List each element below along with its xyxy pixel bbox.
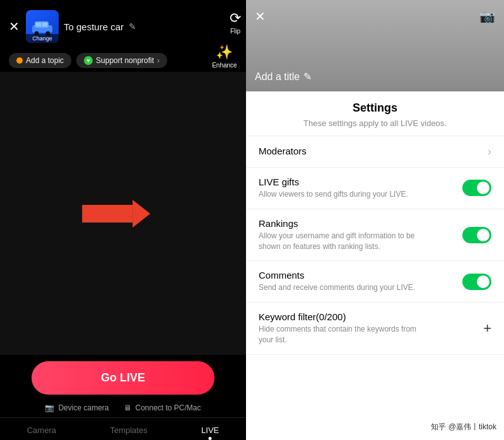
- keyword-filter-left: Keyword filter(0/200) Hide comments that…: [259, 311, 483, 345]
- keyword-filter-row: Keyword filter(0/200) Hide comments that…: [246, 303, 504, 355]
- device-camera-label: Device camera: [58, 403, 108, 412]
- comments-sub: Send and receive comments during your LI…: [259, 282, 429, 293]
- close-button-left[interactable]: ✕: [9, 19, 20, 34]
- tab-templates[interactable]: Templates: [102, 423, 155, 437]
- right-panel: ✕ Add a title ✎ 📷 Settings These setting…: [246, 0, 504, 440]
- enhance-label: Enhance: [212, 62, 237, 69]
- enhance-button[interactable]: ✨ Enhance: [212, 44, 237, 69]
- rankings-left: Rankings Allow your username and gift in…: [259, 218, 462, 252]
- comments-title: Comments: [259, 270, 462, 281]
- rankings-title: Rankings: [259, 218, 462, 229]
- preview-title-row: Add a title ✎: [255, 71, 312, 83]
- rankings-toggle[interactable]: [462, 227, 491, 243]
- support-icon: ♥: [84, 56, 93, 65]
- monitor-icon: 🖥: [124, 403, 131, 412]
- change-label[interactable]: Change: [26, 34, 59, 43]
- settings-title: Settings: [246, 91, 504, 119]
- arrow-body: [82, 205, 132, 223]
- right-toolbar: ⟳ Flip: [230, 10, 241, 35]
- avatar: Change: [26, 10, 59, 43]
- close-button-right[interactable]: ✕: [255, 9, 266, 24]
- comments-left: Comments Send and receive comments durin…: [259, 270, 462, 293]
- svg-rect-4: [36, 23, 41, 26]
- comments-toggle[interactable]: [462, 274, 491, 290]
- settings-subtitle: These settings apply to all LIVE videos.: [246, 119, 504, 136]
- flip-button[interactable]: ⟳ Flip: [230, 10, 241, 35]
- arrow-head: [132, 200, 150, 228]
- edit-title-icon[interactable]: ✎: [129, 21, 136, 32]
- tab-camera[interactable]: Camera: [20, 423, 64, 437]
- rankings-row: Rankings Allow your username and gift in…: [246, 209, 504, 262]
- left-top-bar: ✕ Change To gesture car ✎: [0, 0, 246, 49]
- moderators-chevron: ›: [488, 145, 491, 158]
- settings-panel: Settings These settings apply to all LIV…: [246, 91, 504, 440]
- svg-rect-5: [42, 23, 47, 26]
- title-row: Change To gesture car ✎: [26, 10, 237, 43]
- go-live-button[interactable]: Go LIVE: [32, 361, 214, 395]
- add-topic-button[interactable]: Add a topic: [9, 53, 71, 68]
- keyword-filter-sub: Hide comments that contain the keywords …: [259, 324, 429, 345]
- add-topic-label: Add a topic: [26, 56, 64, 65]
- connect-label: Connect to PC/Mac: [135, 403, 201, 412]
- support-nonprofit-button[interactable]: ♥ Support nonprofit ›: [76, 53, 167, 68]
- add-title-label[interactable]: Add a title: [255, 71, 300, 83]
- flip-label: Flip: [230, 28, 240, 35]
- keyword-filter-title: Keyword filter(0/200): [259, 311, 483, 322]
- watermark: 知乎 @嘉伟丨tiktok: [431, 422, 496, 432]
- arrow-indicator: [82, 200, 150, 228]
- topic-dot: [16, 57, 23, 64]
- preview-camera-icon[interactable]: 📷: [479, 9, 495, 24]
- comments-row: Comments Send and receive comments durin…: [246, 261, 504, 303]
- edit-title-icon-right[interactable]: ✎: [303, 71, 312, 83]
- live-gifts-sub: Allow viewers to send gifts during your …: [259, 189, 429, 200]
- device-camera-option[interactable]: 📷 Device camera: [45, 403, 108, 412]
- camera-icon: 📷: [45, 403, 54, 412]
- moderators-title: Moderators: [259, 146, 488, 156]
- moderators-row[interactable]: Moderators ›: [246, 136, 504, 168]
- rankings-sub: Allow your username and gift information…: [259, 231, 429, 252]
- support-label: Support nonprofit: [96, 56, 154, 65]
- viewfinder: [0, 72, 246, 355]
- keyword-filter-add[interactable]: +: [483, 320, 491, 337]
- connect-pc-option[interactable]: 🖥 Connect to PC/Mac: [124, 403, 201, 412]
- bottom-tabs: Camera Templates LIVE: [0, 417, 246, 440]
- live-gifts-title: LIVE gifts: [259, 177, 462, 187]
- live-gifts-left: LIVE gifts Allow viewers to send gifts d…: [259, 177, 462, 200]
- device-row: 📷 Device camera 🖥 Connect to PC/Mac: [0, 401, 246, 417]
- left-panel: ✕ Change To gesture car ✎: [0, 0, 246, 440]
- tab-live[interactable]: LIVE: [194, 423, 226, 437]
- live-gifts-toggle[interactable]: [462, 180, 491, 196]
- live-gifts-row: LIVE gifts Allow viewers to send gifts d…: [246, 168, 504, 209]
- video-title: To gesture car: [64, 21, 124, 32]
- preview-area: ✕ Add a title ✎ 📷: [246, 0, 504, 91]
- flip-icon: ⟳: [230, 10, 241, 26]
- moderators-left: Moderators: [259, 146, 488, 158]
